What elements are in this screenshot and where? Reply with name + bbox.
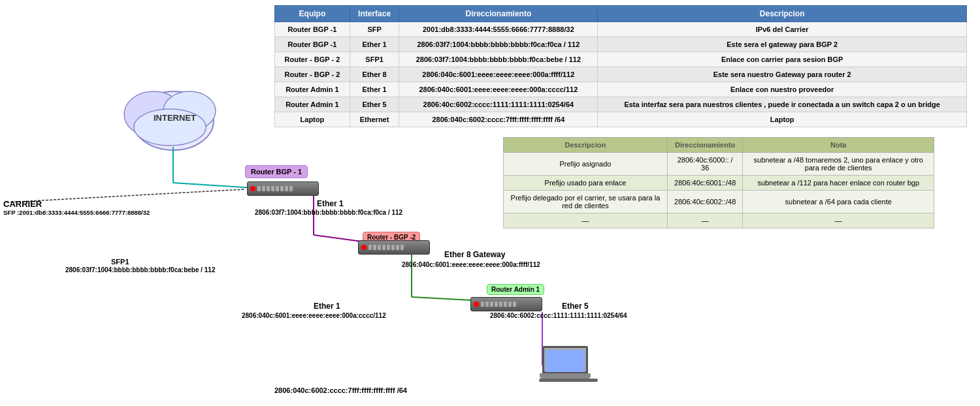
cell-interface: Ethernet: [350, 112, 399, 127]
lower-table-row: Prefijo delegado por el carrier, se usar…: [504, 191, 934, 213]
lower-col-nota: Nota: [743, 138, 934, 153]
cell-descripcion: Este sera nuestro Gateway para router 2: [598, 67, 967, 82]
router-bgp1-device: [247, 181, 319, 196]
cell-direccionamiento: 2806:040c:6002:cccc:7fff:ffff:ffff:ffff …: [399, 112, 598, 127]
svg-line-12: [7, 189, 245, 202]
cell-direccionamiento: 2001:db8:3333:4444:5555:6666:7777:8888/3…: [399, 22, 598, 37]
cell-interface: Ether 5: [350, 97, 399, 112]
cell-equipo: Router Admin 1: [275, 97, 350, 112]
internet-label: INTERNET: [154, 113, 196, 123]
table-row: LaptopEthernet2806:040c:6002:cccc:7fff:f…: [275, 112, 967, 127]
table-row: Router BGP -1Ether 12806:03f7:1004:bbbb:…: [275, 37, 967, 52]
cell-descripcion: Enlace con nuestro proveedor: [598, 82, 967, 97]
cell-equipo: Router - BGP - 2: [275, 52, 350, 67]
lower-cell-nota: subnetear a /64 para cada cliente: [743, 191, 934, 213]
router-bgp2-ports: [368, 245, 404, 250]
lower-table-row: Prefijo asignado2806:40c:6000:: / 36subn…: [504, 153, 934, 176]
laptop-addr: 2806:040c:6002:cccc:7fff:ffff:ffff:ffff …: [274, 386, 407, 394]
table-row: Router Admin 1Ether 12806:040c:6001:eeee…: [275, 82, 967, 97]
table-row: Router BGP -1SFP2001:db8:3333:4444:5555:…: [275, 22, 967, 37]
cell-descripcion: Esta interfaz sera para nuestros cliente…: [598, 97, 967, 112]
lower-cell-descripcion: —: [504, 213, 668, 228]
bgp2-sfp1-addr: 2806:03f7:1004:bbbb:bbbb:bbbb:f0ca:bebe …: [65, 266, 216, 273]
lower-prefix-table: Descripcion Direccionamiento Nota Prefij…: [503, 137, 934, 228]
bgp2-ether8-addr: 2806:040c:6001:eeee:eeee:eeee:000a:ffff/…: [402, 261, 540, 268]
bgp2-ether8-label: Ether 8 Gateway: [444, 250, 505, 259]
laptop-device: [539, 346, 591, 385]
laptop-screen-inner: [546, 350, 585, 372]
router-admin1-ports: [481, 302, 516, 307]
lower-cell-direccionamiento: 2806:40c:6002::/48: [667, 191, 743, 213]
cell-direccionamiento: 2806:40c:6002:cccc:1111:1111:1111:0254/6…: [399, 97, 598, 112]
carrier-sfp-addr: SFP :2001:db8:3333:4444:5555:6666:7777:8…: [3, 209, 150, 216]
cell-interface: SFP1: [350, 52, 399, 67]
col-header-direccionamiento: Direccionamiento: [399, 6, 598, 22]
cell-equipo: Router BGP -1: [275, 37, 350, 52]
admin1-ether1-label: Ether 1: [314, 302, 340, 311]
lower-cell-direccionamiento: 2806:40c:6000:: / 36: [667, 153, 743, 176]
cell-equipo: Router - BGP - 2: [275, 67, 350, 82]
admin1-ether1-addr: 2806:040c:6001:eeee:eeee:eeee:000a:cccc/…: [242, 312, 386, 319]
laptop-base: [540, 373, 591, 379]
cell-equipo: Router Admin 1: [275, 82, 350, 97]
cell-equipo: Laptop: [275, 112, 350, 127]
lower-cell-nota: —: [743, 213, 934, 228]
cell-descripcion: Laptop: [598, 112, 967, 127]
laptop-foot: [539, 379, 598, 382]
cell-descripcion: Enlace con carrier para sesion BGP: [598, 52, 967, 67]
bgp1-ether1-addr: 2806:03f7:1004:bbbb:bbbb:bbbb:f0ca:f0ca …: [255, 209, 402, 216]
router-bgp1-ports: [257, 186, 293, 191]
lower-cell-nota: subnetear a /48 tomaremos 2, uno para en…: [743, 153, 934, 176]
lower-cell-nota: subnetear a /112 para hacer enlace con r…: [743, 176, 934, 191]
router-bgp2-device: [358, 240, 430, 255]
col-header-equipo: Equipo: [275, 6, 350, 22]
router-admin1-device: [470, 297, 542, 311]
carrier-label: CARRIER: [3, 199, 42, 209]
col-header-interface: Interface: [350, 6, 399, 22]
admin1-ether5-addr: 2806:40c:6002:cccc:1111:1111:1111:0254/6…: [490, 312, 627, 319]
lower-cell-direccionamiento: 2806:40c:6001::/48: [667, 176, 743, 191]
lower-cell-descripcion: Prefijo asignado: [504, 153, 668, 176]
bgp2-sfp1-label: SFP1: [111, 258, 129, 266]
lower-table-row: ———: [504, 213, 934, 228]
cell-interface: Ether 1: [350, 37, 399, 52]
cell-descripcion: Este sera el gateway para BGP 2: [598, 37, 967, 52]
cell-direccionamiento: 2806:03f7:1004:bbbb:bbbb:bbbb:f0ca:f0ca …: [399, 37, 598, 52]
cell-direccionamiento: 2806:040c:6001:eeee:eeee:eeee:000a:ffff/…: [399, 67, 598, 82]
cell-interface: Ether 8: [350, 67, 399, 82]
lower-col-direccionamiento: Direccionamiento: [667, 138, 743, 153]
router-bgp1-label-box: Router BGP - 1: [245, 165, 308, 178]
lower-col-descripcion: Descripcion: [504, 138, 668, 153]
laptop-screen: [542, 346, 588, 373]
col-header-descripcion: Descripcion: [598, 6, 967, 22]
table-row: Router - BGP - 2SFP12806:03f7:1004:bbbb:…: [275, 52, 967, 67]
bgp1-ether1-label: Ether 1: [317, 199, 344, 208]
main-routing-table: Equipo Interface Direccionamiento Descri…: [274, 5, 967, 127]
lower-cell-descripcion: Prefijo usado para enlace: [504, 176, 668, 191]
cell-direccionamiento: 2806:03f7:1004:bbbb:bbbb:bbbb:f0ca:bebe …: [399, 52, 598, 67]
lower-table-row: Prefijo usado para enlace2806:40c:6001::…: [504, 176, 934, 191]
table-row: Router - BGP - 2Ether 82806:040c:6001:ee…: [275, 67, 967, 82]
cell-descripcion: IPv6 del Carrier: [598, 22, 967, 37]
lower-cell-direccionamiento: —: [667, 213, 743, 228]
lower-cell-descripcion: Prefijo delegado por el carrier, se usar…: [504, 191, 668, 213]
svg-point-2: [163, 91, 216, 131]
cell-direccionamiento: 2806:040c:6001:eeee:eeee:eeee:000a:cccc/…: [399, 82, 598, 97]
cell-equipo: Router BGP -1: [275, 22, 350, 37]
admin1-ether5-label: Ether 5: [562, 302, 589, 311]
cell-interface: SFP: [350, 22, 399, 37]
table-row: Router Admin 1Ether 52806:40c:6002:cccc:…: [275, 97, 967, 112]
router-admin1-label-box: Router Admin 1: [487, 284, 544, 295]
cell-interface: Ether 1: [350, 82, 399, 97]
